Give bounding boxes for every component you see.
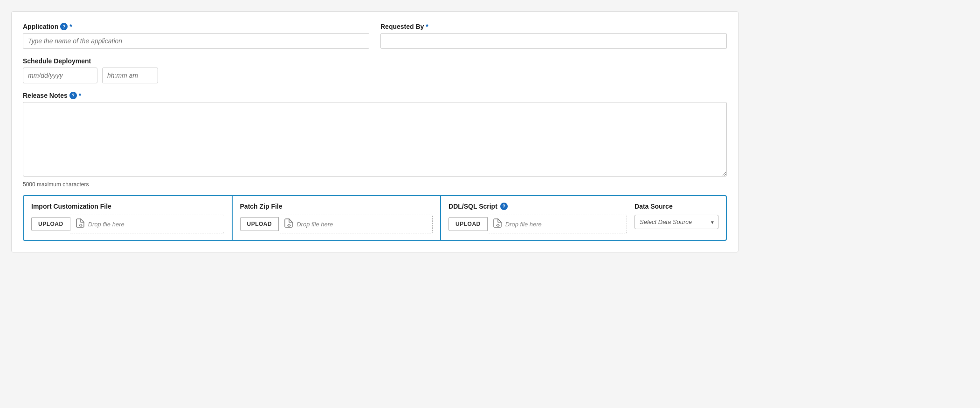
upload-sections-container: Import Customization File UPLOAD Drop fi… bbox=[23, 195, 727, 241]
schedule-deployment-label-text: Schedule Deployment bbox=[23, 57, 91, 65]
import-file-icon bbox=[76, 218, 84, 230]
import-customization-upload-btn[interactable]: UPLOAD bbox=[31, 217, 70, 231]
schedule-time-input[interactable] bbox=[102, 68, 158, 83]
requested-by-group: Requested By * bbox=[380, 23, 727, 49]
schedule-deployment-group: Schedule Deployment bbox=[23, 57, 727, 83]
application-group: Application ? * bbox=[23, 23, 369, 49]
application-help-icon[interactable]: ? bbox=[60, 23, 68, 30]
import-customization-section: Import Customization File UPLOAD Drop fi… bbox=[24, 196, 233, 240]
application-label: Application ? * bbox=[23, 23, 369, 30]
import-customization-controls: UPLOAD Drop file here bbox=[31, 215, 224, 233]
patch-zip-upload-btn[interactable]: UPLOAD bbox=[240, 217, 279, 231]
ddl-upload-part: DDL/SQL Script ? UPLOAD bbox=[449, 203, 627, 233]
release-notes-help-icon[interactable]: ? bbox=[69, 92, 77, 99]
import-customization-title-text: Import Customization File bbox=[31, 203, 111, 210]
patch-zip-title: Patch Zip File bbox=[240, 203, 433, 210]
import-customization-drop-label: Drop file here bbox=[88, 221, 124, 228]
ddl-sql-title-text: DDL/SQL Script bbox=[449, 203, 497, 210]
import-customization-title: Import Customization File bbox=[31, 203, 224, 210]
release-notes-group: Release Notes ? * 5000 maximum character… bbox=[23, 92, 727, 195]
requested-by-label: Requested By * bbox=[380, 23, 727, 30]
application-label-text: Application bbox=[23, 23, 58, 30]
import-customization-drop-zone[interactable]: Drop file here bbox=[70, 215, 224, 233]
release-notes-textarea[interactable] bbox=[23, 102, 727, 177]
data-source-select-wrapper: Select Data Source bbox=[635, 215, 718, 229]
ddl-file-icon bbox=[493, 218, 502, 230]
patch-zip-drop-label: Drop file here bbox=[297, 221, 333, 228]
patch-zip-drop-zone[interactable]: Drop file here bbox=[279, 215, 433, 233]
release-notes-label-text: Release Notes bbox=[23, 92, 68, 99]
schedule-deployment-label: Schedule Deployment bbox=[23, 57, 727, 65]
requested-by-label-text: Requested By bbox=[380, 23, 424, 30]
patch-zip-title-text: Patch Zip File bbox=[240, 203, 283, 210]
patch-file-icon bbox=[284, 218, 293, 230]
release-notes-required-star: * bbox=[79, 92, 81, 99]
ddl-sql-drop-zone[interactable]: Drop file here bbox=[488, 215, 627, 233]
patch-zip-controls: UPLOAD Drop file here bbox=[240, 215, 433, 233]
release-notes-label: Release Notes ? * bbox=[23, 92, 727, 99]
ddl-sql-upload-btn[interactable]: UPLOAD bbox=[449, 217, 488, 231]
form-container: Application ? * Requested By * Schedule … bbox=[11, 11, 738, 252]
patch-zip-section: Patch Zip File UPLOAD Drop file here bbox=[233, 196, 442, 240]
application-input[interactable] bbox=[23, 33, 369, 49]
requested-by-input[interactable] bbox=[380, 33, 727, 49]
schedule-date-input[interactable] bbox=[23, 68, 97, 83]
data-source-select[interactable]: Select Data Source bbox=[635, 215, 718, 229]
ddl-help-icon[interactable]: ? bbox=[500, 203, 508, 210]
data-source-label: Data Source bbox=[635, 203, 718, 210]
requested-by-required-star: * bbox=[426, 23, 428, 30]
ddl-inner: DDL/SQL Script ? UPLOAD bbox=[449, 203, 718, 233]
ddl-sql-drop-label: Drop file here bbox=[505, 221, 542, 228]
application-required-star: * bbox=[69, 23, 72, 30]
data-source-part: Data Source Select Data Source bbox=[635, 203, 718, 229]
ddl-sql-title: DDL/SQL Script ? bbox=[449, 203, 627, 210]
ddl-sql-controls: UPLOAD Drop file here bbox=[449, 215, 627, 233]
ddl-sql-section: DDL/SQL Script ? UPLOAD bbox=[441, 196, 726, 240]
char-limit-text: 5000 maximum characters bbox=[23, 181, 727, 188]
